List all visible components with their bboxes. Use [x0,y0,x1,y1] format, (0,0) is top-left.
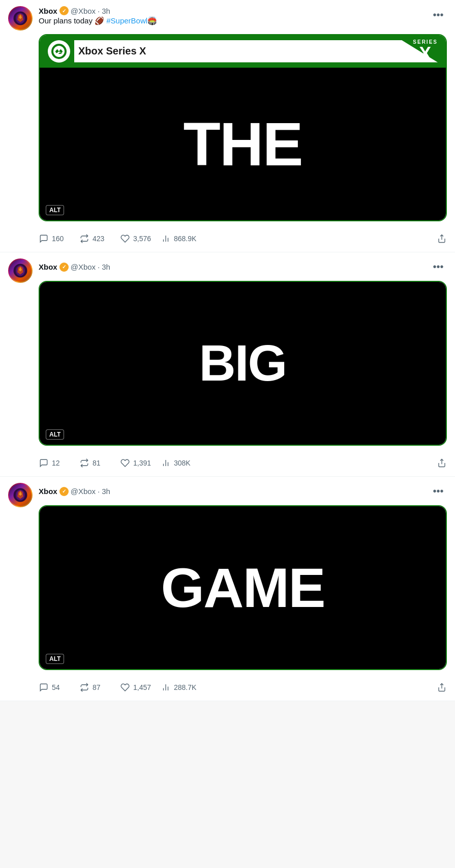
retweet-action-2[interactable]: 81 [79,456,120,470]
tweet-image-card-3[interactable]: GAME ALT [39,505,447,670]
views-count-2: 308K [174,459,191,467]
card-header-1: Xbox Series X SERIES X [40,35,446,68]
card-brand-1: Xbox Series X [74,45,146,57]
heart-icon-1 [120,234,130,244]
like-count-2: 1,391 [133,459,151,467]
views-icon-2 [161,458,171,468]
tweet-left-3 [8,483,33,701]
tweet-user-2: Xbox ✓ @Xbox · 3h [39,263,110,272]
hashtag-suffix-1: 🏟️ [147,16,157,25]
hashtag-1[interactable]: #SuperBowl [106,16,147,25]
tweet-left-1: Xbox ✓ @Xbox · 3h Our plans today 🏈 #Sup… [8,6,157,32]
share-action-2[interactable] [437,456,447,470]
alt-badge-3[interactable]: ALT [46,654,64,664]
like-action-3[interactable]: 1,457 [120,680,161,695]
tweet-image-card-2[interactable]: BIG ALT [39,281,447,446]
share-icon-3 [437,682,447,692]
action-bar-1: 160 423 3,5 [39,227,447,252]
share-icon-1 [437,234,447,244]
dot-1: · [98,7,100,15]
views-icon-3 [161,682,171,692]
heart-icon-2 [120,458,130,468]
timestamp-3: 3h [102,487,110,496]
card-word-1: THE [184,109,302,179]
share-action-1[interactable] [437,232,447,246]
alt-badge-2[interactable]: ALT [46,429,64,440]
retweet-action-3[interactable]: 87 [79,680,120,695]
card-body-3: GAME ALT [40,506,446,669]
like-count-3: 1,457 [133,683,151,691]
more-options-3[interactable]: ••• [430,483,447,500]
retweet-icon-2 [79,458,89,468]
tweet-header-1: Xbox ✓ @Xbox · 3h Our plans today 🏈 #Sup… [8,6,447,32]
comment-count-3: 54 [52,683,60,691]
card-word-2: BIG [199,334,287,392]
views-action-3[interactable]: 288.7K [161,680,202,695]
comment-action-1[interactable]: 160 [39,232,79,246]
tweet-right-2: Xbox ✓ @Xbox · 3h ••• BIG ALT [39,258,447,476]
comment-count-2: 12 [52,459,60,467]
tweet-1: Xbox ✓ @Xbox · 3h Our plans today 🏈 #Sup… [0,0,455,252]
verified-badge-2: ✓ [59,263,69,272]
username-3[interactable]: Xbox [39,487,57,496]
more-options-2[interactable]: ••• [430,258,447,276]
comment-action-2[interactable]: 12 [39,456,79,470]
views-icon-1 [161,234,171,244]
tweet-left-2 [8,258,33,476]
avatar-3[interactable] [8,483,33,507]
like-action-2[interactable]: 1,391 [120,456,161,470]
card-word-3: GAME [161,555,325,620]
more-options-1[interactable]: ••• [430,6,447,23]
tweet-2: Xbox ✓ @Xbox · 3h ••• BIG ALT [0,252,455,477]
card-body-1: THE ALT [40,68,446,220]
views-action-2[interactable]: 308K [161,456,201,470]
retweet-icon-1 [79,234,89,244]
tweet-header-2: Xbox ✓ @Xbox · 3h ••• [39,258,447,276]
retweet-count-2: 81 [93,459,101,467]
action-bar-2: 12 81 [39,452,447,476]
like-count-1: 3,576 [133,235,151,243]
tweet-right-3: Xbox ✓ @Xbox · 3h ••• GAME ALT [39,483,447,701]
retweet-count-3: 87 [93,683,101,691]
action-bar-3: 54 87 [39,676,447,701]
avatar-2[interactable] [8,258,33,283]
username-1[interactable]: Xbox [39,7,57,15]
views-count-3: 288.7K [174,683,196,691]
views-count-1: 868.9K [174,235,196,243]
series-x-badge-1: SERIES X [413,40,438,63]
comment-count-1: 160 [52,235,64,243]
tweet-text-1: Our plans today 🏈 #SuperBowl🏟️ [39,15,157,27]
avatar-1[interactable] [8,6,33,31]
views-action-1[interactable]: 868.9K [161,232,202,246]
tweet-thread-layout-3: Xbox ✓ @Xbox · 3h ••• GAME ALT [8,483,447,701]
tweet-3: Xbox ✓ @Xbox · 3h ••• GAME ALT [0,477,455,701]
comment-icon-3 [39,682,49,692]
timestamp-2: 3h [102,263,110,271]
handle-1[interactable]: @Xbox [71,7,96,15]
share-action-3[interactable] [437,680,447,695]
handle-3[interactable]: @Xbox [71,487,96,496]
handle-2[interactable]: @Xbox [71,263,96,271]
tweet-header-3: Xbox ✓ @Xbox · 3h ••• [39,483,447,500]
retweet-count-1: 423 [93,235,104,243]
verified-badge-3: ✓ [59,487,69,496]
alt-badge-1[interactable]: ALT [46,205,64,215]
comment-icon-2 [39,458,49,468]
retweet-action-1[interactable]: 423 [79,232,120,246]
tweet-text-content-1: Our plans today 🏈 [39,16,106,25]
like-action-1[interactable]: 3,576 [120,232,161,246]
retweet-icon-3 [79,682,89,692]
share-icon-2 [437,458,447,468]
card-body-2: BIG ALT [40,282,446,445]
comment-icon-1 [39,234,49,244]
verified-badge-1: ✓ [59,6,69,15]
xbox-logo-1 [48,40,70,63]
comment-action-3[interactable]: 54 [39,680,79,695]
timestamp-1: 3h [102,7,110,15]
tweet-user-line-1: Xbox ✓ @Xbox · 3h [39,6,157,15]
tweet-user-3: Xbox ✓ @Xbox · 3h [39,487,110,496]
username-2[interactable]: Xbox [39,263,57,271]
tweet-meta-1: Xbox ✓ @Xbox · 3h Our plans today 🏈 #Sup… [39,6,157,32]
heart-icon-3 [120,682,130,692]
tweet-image-card-1[interactable]: Xbox Series X SERIES X THE ALT [39,34,447,221]
